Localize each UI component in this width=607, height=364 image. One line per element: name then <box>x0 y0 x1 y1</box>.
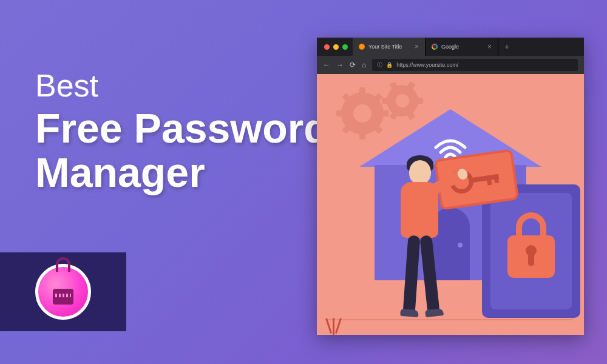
maximize-window-icon[interactable] <box>342 44 348 50</box>
close-tab-icon[interactable]: × <box>415 42 419 51</box>
back-icon[interactable]: ← <box>323 61 330 69</box>
minimize-window-icon[interactable] <box>333 44 339 50</box>
firefox-favicon-icon <box>359 44 365 50</box>
forward-icon[interactable]: → <box>336 61 344 69</box>
browser-tab-2[interactable]: Google × <box>426 38 498 56</box>
close-tab-icon[interactable]: × <box>487 42 492 51</box>
brand-badge <box>0 252 126 331</box>
padlock-icon <box>53 289 73 305</box>
home-icon[interactable]: ⌂ <box>362 61 366 69</box>
ground-line <box>328 319 573 320</box>
person-illustration <box>382 154 461 324</box>
secure-lock-icon: 🔒 <box>386 62 393 68</box>
browser-toolbar: ← → ⟳ ⌂ ⓘ 🔒 https://www.yoursite.com/ <box>317 56 584 74</box>
url-text: https://www.yoursite.com/ <box>396 62 458 68</box>
tab-label: Your Site Title <box>368 44 402 50</box>
padlock-icon <box>507 235 555 278</box>
close-window-icon[interactable] <box>324 44 330 50</box>
tab-label: Google <box>441 44 459 50</box>
new-tab-button[interactable]: + <box>498 38 515 56</box>
hero-headline: Best Free Password Manager <box>35 70 329 195</box>
headline-line-2: Free Password <box>35 106 329 150</box>
google-favicon-icon <box>432 44 438 50</box>
safe-vault <box>482 184 580 318</box>
badge-circle <box>35 264 91 320</box>
reload-icon[interactable]: ⟳ <box>350 61 356 69</box>
window-controls <box>322 38 353 56</box>
browser-tab-bar: Your Site Title × Google × + <box>317 38 584 56</box>
info-icon: ⓘ <box>377 61 382 69</box>
headline-line-1: Best <box>35 70 329 101</box>
address-bar[interactable]: ⓘ 🔒 https://www.yoursite.com/ <box>372 59 578 71</box>
browser-mockup: Your Site Title × Google × + ← → ⟳ ⌂ ⓘ 🔒… <box>317 38 584 335</box>
page-illustration <box>317 74 584 335</box>
browser-tab-1[interactable]: Your Site Title × <box>353 38 426 56</box>
headline-line-3: Manager <box>35 150 329 195</box>
